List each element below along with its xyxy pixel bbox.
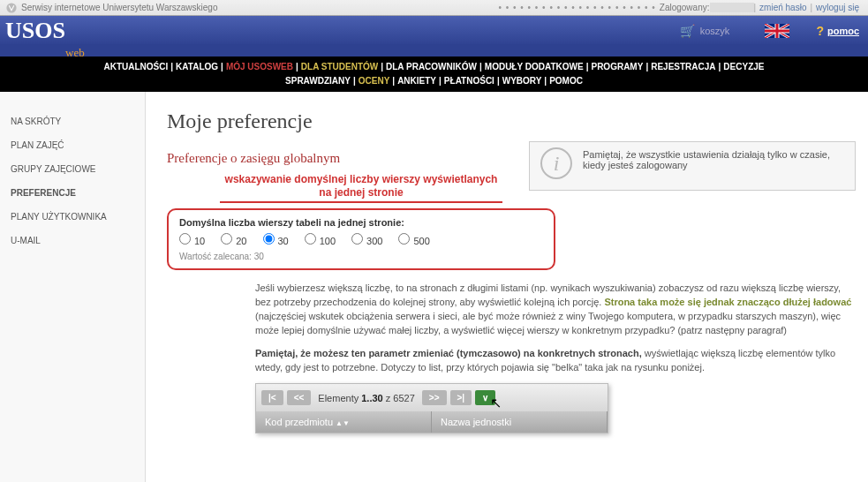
menu-item[interactable]: AKTUALNOŚCI — [104, 62, 169, 72]
dots-decoration: • • • • • • • • • • • • • • • • • • • • … — [498, 3, 655, 12]
page-title: Moje preferencje — [167, 109, 856, 133]
uw-logo-icon — [5, 2, 18, 14]
sidebar-item[interactable]: PREFERENCJE — [0, 181, 145, 205]
logged-in-label: Zalogowany: — [660, 3, 710, 12]
flag-uk-icon[interactable] — [765, 24, 789, 38]
menu-item[interactable]: SPRAWDZIANY — [285, 76, 351, 86]
username-box — [710, 3, 754, 12]
info-box: i Pamiętaj, że wszystkie ustawienia dzia… — [529, 141, 856, 191]
uw-service-label: Serwisy internetowe Uniwersytetu Warszaw… — [21, 3, 218, 12]
info-icon: i — [540, 147, 572, 179]
menu-item[interactable]: MÓJ USOSWEB — [226, 62, 293, 72]
menu-item[interactable]: DECYZJE — [723, 62, 764, 72]
menu-item[interactable]: PROGRAMY — [591, 62, 643, 72]
cart-icon[interactable]: 🛒 — [680, 24, 695, 38]
rows-option[interactable]: 100 — [305, 236, 336, 246]
rows-option[interactable]: 500 — [398, 236, 429, 246]
change-password-link[interactable]: zmień hasło — [759, 3, 806, 12]
usos-logo[interactable]: USOS — [0, 18, 65, 44]
sidebar: NA SKRÓTYPLAN ZAJĘĆGRUPY ZAJĘCIOWEPREFER… — [0, 92, 146, 482]
menu-item[interactable]: OCENY — [359, 76, 390, 86]
cursor-icon: ↖ — [490, 395, 502, 411]
table-col-unit[interactable]: Nazwa jednostki — [432, 411, 608, 433]
table-col-code[interactable]: Kod przedmiotu▲▼ — [256, 411, 432, 433]
rows-option[interactable]: 300 — [351, 236, 382, 246]
menu-item[interactable]: ANKIETY — [397, 76, 436, 86]
menu-item[interactable]: KATALOG — [176, 62, 218, 72]
recommended-value: Wartość zalecana: 30 — [179, 252, 543, 261]
preference-box: Domyślna liczba wierszy tabeli na jednej… — [167, 208, 555, 270]
usos-web-label: web — [65, 46, 85, 59]
pager-status: Elementy 1..30 z 6527 — [314, 393, 418, 403]
description-para-1: Jeśli wybierzesz większą liczbę, to na s… — [255, 281, 856, 337]
menu-item[interactable]: DLA STUDENTÓW — [301, 62, 378, 72]
sidebar-item[interactable]: U-MAIL — [0, 229, 145, 252]
logout-link[interactable]: wyloguj się — [816, 3, 859, 12]
rows-option[interactable]: 20 — [221, 236, 246, 246]
pager-next-button[interactable]: >> — [422, 390, 447, 405]
menu-item[interactable]: REJESTRACJA — [651, 62, 715, 72]
rows-option[interactable]: 10 — [179, 236, 205, 246]
pager-last-button[interactable]: >| — [450, 390, 472, 405]
main-menu: AKTUALNOŚCI|KATALOG|MÓJ USOSWEB|DLA STUD… — [0, 56, 868, 92]
rows-option[interactable]: 30 — [263, 236, 289, 246]
sidebar-item[interactable]: PLAN ZAJĘĆ — [0, 133, 145, 157]
sidebar-item[interactable]: PLANY UŻYTKOWNIKA — [0, 205, 145, 229]
help-icon[interactable]: ? — [816, 24, 824, 38]
example-screenshot: |< << Elementy 1..30 z 6527 >> >| ∨ ↖ Ko… — [255, 383, 608, 433]
pager-prev-button[interactable]: << — [287, 390, 312, 405]
sidebar-item[interactable]: GRUPY ZAJĘCIOWE — [0, 157, 145, 181]
pager-first-button[interactable]: |< — [261, 390, 283, 405]
annotation-label: wskazywanie domyślnej liczby wierszy wyś… — [220, 173, 502, 203]
menu-item[interactable]: DLA PRACOWNIKÓW — [386, 62, 477, 72]
cart-link[interactable]: koszyk — [700, 26, 730, 36]
help-link[interactable]: pomoc — [827, 26, 859, 36]
menu-item[interactable]: PŁATNOŚCI — [444, 76, 494, 86]
menu-item[interactable]: POMOC — [549, 76, 583, 86]
menu-item[interactable]: MODUŁY DODATKOWE — [485, 62, 584, 72]
pref-label: Domyślna liczba wierszy tabeli na jednej… — [179, 217, 543, 228]
menu-item[interactable]: WYBORY — [502, 76, 542, 86]
sidebar-item[interactable]: NA SKRÓTY — [0, 109, 145, 133]
description-para-2: Pamiętaj, że możesz ten parametr zmienia… — [255, 346, 856, 374]
